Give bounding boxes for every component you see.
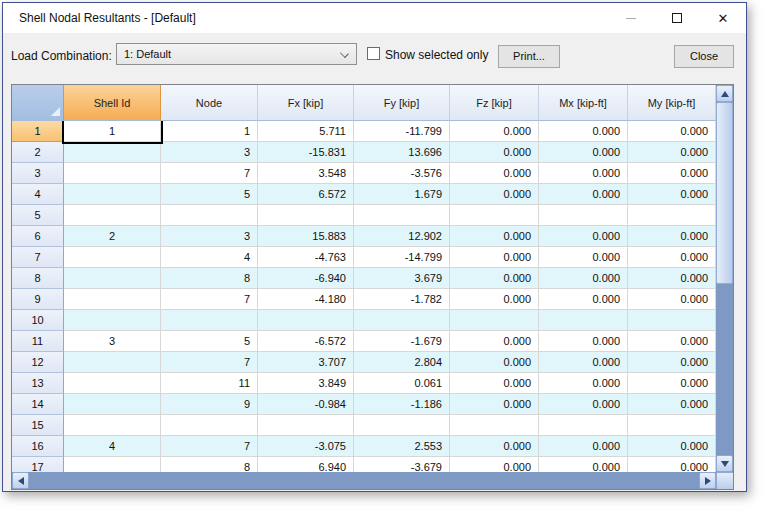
print-button[interactable]: Print... bbox=[498, 45, 560, 68]
cell-shell-id[interactable] bbox=[64, 205, 161, 226]
cell-fz[interactable]: 0.000 bbox=[450, 142, 539, 163]
scroll-left-button[interactable] bbox=[12, 472, 29, 489]
cell-node[interactable]: 3 bbox=[161, 226, 258, 247]
cell-fx[interactable]: -4.763 bbox=[258, 247, 354, 268]
cell-mx[interactable]: 0.000 bbox=[539, 163, 628, 184]
cell-my[interactable]: 0.000 bbox=[628, 226, 716, 247]
cell-shell-id[interactable]: 4 bbox=[64, 436, 161, 457]
cell-my[interactable]: 0.000 bbox=[628, 142, 716, 163]
cell-mx[interactable] bbox=[539, 205, 628, 226]
cell-fx[interactable]: -15.831 bbox=[258, 142, 354, 163]
cell-fy[interactable] bbox=[354, 415, 450, 436]
row-header[interactable]: 8 bbox=[12, 268, 64, 289]
cell-node[interactable] bbox=[161, 205, 258, 226]
cell-fy[interactable] bbox=[354, 205, 450, 226]
cell-mx[interactable]: 0.000 bbox=[539, 457, 628, 472]
cell-node[interactable]: 8 bbox=[161, 457, 258, 472]
close-window-button[interactable]: ✕ bbox=[700, 3, 746, 33]
row-header[interactable]: 6 bbox=[12, 226, 64, 247]
cell-fy[interactable]: -3.679 bbox=[354, 457, 450, 472]
scroll-down-button[interactable] bbox=[716, 455, 733, 472]
cell-mx[interactable]: 0.000 bbox=[539, 352, 628, 373]
cell-node[interactable]: 11 bbox=[161, 373, 258, 394]
cell-fy[interactable]: -14.799 bbox=[354, 247, 450, 268]
cell-fx[interactable]: 15.883 bbox=[258, 226, 354, 247]
cell-fz[interactable]: 0.000 bbox=[450, 163, 539, 184]
cell-fx[interactable]: -6.572 bbox=[258, 331, 354, 352]
vertical-scrollbar[interactable] bbox=[716, 85, 733, 472]
cell-my[interactable]: 0.000 bbox=[628, 457, 716, 472]
cell-shell-id[interactable] bbox=[64, 268, 161, 289]
cell-node[interactable] bbox=[161, 415, 258, 436]
cell-node[interactable]: 7 bbox=[161, 289, 258, 310]
row-header[interactable]: 17 bbox=[12, 457, 64, 472]
row-header[interactable]: 13 bbox=[12, 373, 64, 394]
cell-node[interactable]: 9 bbox=[161, 394, 258, 415]
cell-fz[interactable]: 0.000 bbox=[450, 121, 539, 142]
cell-mx[interactable]: 0.000 bbox=[539, 184, 628, 205]
cell-fy[interactable]: -11.799 bbox=[354, 121, 450, 142]
column-header-fx[interactable]: Fx [kip] bbox=[258, 85, 354, 121]
cell-fy[interactable]: 13.696 bbox=[354, 142, 450, 163]
cell-fx[interactable]: -4.180 bbox=[258, 289, 354, 310]
cell-mx[interactable]: 0.000 bbox=[539, 394, 628, 415]
close-button[interactable]: Close bbox=[674, 45, 734, 68]
row-header[interactable]: 4 bbox=[12, 184, 64, 205]
cell-fz[interactable]: 0.000 bbox=[450, 352, 539, 373]
cell-my[interactable] bbox=[628, 310, 716, 331]
cell-fz[interactable]: 0.000 bbox=[450, 394, 539, 415]
cell-mx[interactable]: 0.000 bbox=[539, 142, 628, 163]
cell-mx[interactable] bbox=[539, 310, 628, 331]
cell-fx[interactable] bbox=[258, 415, 354, 436]
cell-my[interactable]: 0.000 bbox=[628, 247, 716, 268]
cell-fz[interactable]: 0.000 bbox=[450, 268, 539, 289]
cell-node[interactable]: 4 bbox=[161, 247, 258, 268]
column-header-fy[interactable]: Fy [kip] bbox=[354, 85, 450, 121]
row-header[interactable]: 3 bbox=[12, 163, 64, 184]
cell-mx[interactable]: 0.000 bbox=[539, 289, 628, 310]
cell-fy[interactable]: 2.553 bbox=[354, 436, 450, 457]
row-header[interactable]: 14 bbox=[12, 394, 64, 415]
cell-fx[interactable]: 3.707 bbox=[258, 352, 354, 373]
cell-shell-id[interactable]: 1 bbox=[64, 121, 161, 142]
row-header[interactable]: 11 bbox=[12, 331, 64, 352]
cell-mx[interactable] bbox=[539, 415, 628, 436]
scroll-right-button[interactable] bbox=[699, 472, 716, 489]
cell-mx[interactable]: 0.000 bbox=[539, 268, 628, 289]
load-combination-select[interactable]: 1: Default bbox=[116, 43, 357, 65]
cell-fz[interactable]: 0.000 bbox=[450, 247, 539, 268]
cell-fy[interactable] bbox=[354, 310, 450, 331]
row-header[interactable]: 15 bbox=[12, 415, 64, 436]
cell-fx[interactable]: 6.572 bbox=[258, 184, 354, 205]
cell-fx[interactable]: 6.940 bbox=[258, 457, 354, 472]
cell-shell-id[interactable]: 3 bbox=[64, 331, 161, 352]
horizontal-scrollbar[interactable] bbox=[12, 472, 716, 489]
column-header-my[interactable]: My [kip-ft] bbox=[628, 85, 716, 121]
cell-my[interactable]: 0.000 bbox=[628, 184, 716, 205]
column-header-shell-id[interactable]: Shell Id bbox=[64, 85, 161, 121]
cell-mx[interactable]: 0.000 bbox=[539, 373, 628, 394]
cell-shell-id[interactable] bbox=[64, 289, 161, 310]
cell-fx[interactable]: 3.849 bbox=[258, 373, 354, 394]
cell-mx[interactable]: 0.000 bbox=[539, 121, 628, 142]
cell-fy[interactable]: 12.902 bbox=[354, 226, 450, 247]
cell-fx[interactable] bbox=[258, 205, 354, 226]
cell-fz[interactable]: 0.000 bbox=[450, 331, 539, 352]
cell-my[interactable]: 0.000 bbox=[628, 268, 716, 289]
cell-shell-id[interactable] bbox=[64, 163, 161, 184]
cell-fy[interactable]: 0.061 bbox=[354, 373, 450, 394]
cell-fy[interactable]: 2.804 bbox=[354, 352, 450, 373]
cell-my[interactable]: 0.000 bbox=[628, 352, 716, 373]
cell-node[interactable]: 5 bbox=[161, 184, 258, 205]
cell-shell-id[interactable] bbox=[64, 184, 161, 205]
cell-fy[interactable]: -1.782 bbox=[354, 289, 450, 310]
cell-node[interactable]: 7 bbox=[161, 163, 258, 184]
cell-shell-id[interactable] bbox=[64, 457, 161, 472]
cell-fx[interactable]: 5.711 bbox=[258, 121, 354, 142]
cell-mx[interactable]: 0.000 bbox=[539, 226, 628, 247]
cell-my[interactable]: 0.000 bbox=[628, 394, 716, 415]
cell-my[interactable] bbox=[628, 415, 716, 436]
cell-my[interactable]: 0.000 bbox=[628, 163, 716, 184]
cell-my[interactable] bbox=[628, 205, 716, 226]
row-header[interactable]: 5 bbox=[12, 205, 64, 226]
